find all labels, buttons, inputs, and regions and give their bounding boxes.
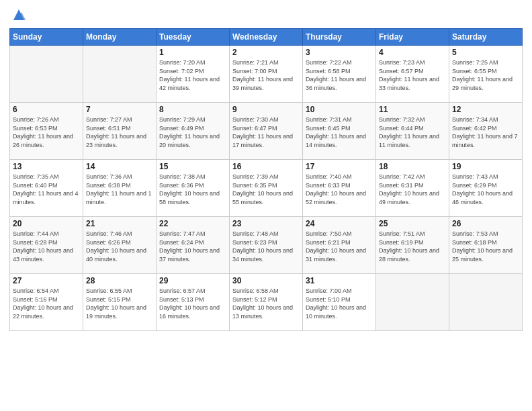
day-info: Sunrise: 7:36 AMSunset: 6:38 PMDaylight:…	[86, 173, 153, 206]
day-info: Sunrise: 7:48 AMSunset: 6:23 PMDaylight:…	[232, 230, 300, 263]
day-number: 5	[452, 48, 519, 57]
day-info: Sunrise: 7:26 AMSunset: 6:53 PMDaylight:…	[13, 116, 80, 149]
day-info: Sunrise: 7:25 AMSunset: 6:55 PMDaylight:…	[452, 58, 519, 92]
calendar-cell: 28Sunrise: 6:55 AMSunset: 5:15 PMDayligh…	[83, 274, 157, 331]
calendar-cell: 22Sunrise: 7:47 AMSunset: 6:24 PMDayligh…	[157, 217, 230, 274]
day-number: 21	[86, 219, 153, 228]
calendar-cell: 15Sunrise: 7:38 AMSunset: 6:36 PMDayligh…	[157, 160, 230, 217]
calendar-cell: 2Sunrise: 7:21 AMSunset: 7:00 PMDaylight…	[230, 46, 303, 103]
day-number: 11	[379, 105, 446, 114]
day-number: 15	[159, 162, 226, 171]
day-info: Sunrise: 7:29 AMSunset: 6:49 PMDaylight:…	[159, 116, 226, 149]
day-info: Sunrise: 6:55 AMSunset: 5:15 PMDaylight:…	[86, 287, 153, 320]
day-info: Sunrise: 7:47 AMSunset: 6:24 PMDaylight:…	[159, 230, 226, 263]
calendar-cell: 5Sunrise: 7:25 AMSunset: 6:55 PMDaylight…	[449, 46, 523, 103]
calendar-cell	[376, 274, 449, 331]
day-info: Sunrise: 7:00 AMSunset: 5:10 PMDaylight:…	[306, 287, 373, 320]
calendar-cell: 13Sunrise: 7:35 AMSunset: 6:40 PMDayligh…	[10, 160, 83, 217]
day-number: 26	[452, 219, 519, 228]
calendar-cell: 6Sunrise: 7:26 AMSunset: 6:53 PMDaylight…	[10, 103, 83, 160]
day-header-monday: Monday	[83, 29, 157, 46]
day-number: 12	[452, 105, 519, 114]
day-number: 6	[13, 105, 80, 114]
day-number: 10	[306, 105, 373, 114]
day-number: 24	[306, 219, 373, 228]
calendar-cell: 29Sunrise: 6:57 AMSunset: 5:13 PMDayligh…	[157, 274, 230, 331]
calendar-cell: 26Sunrise: 7:53 AMSunset: 6:18 PMDayligh…	[449, 217, 523, 274]
day-info: Sunrise: 7:35 AMSunset: 6:40 PMDaylight:…	[13, 173, 80, 206]
day-number: 1	[159, 48, 226, 57]
day-number: 25	[379, 219, 446, 228]
day-number: 22	[159, 219, 226, 228]
calendar-table: SundayMondayTuesdayWednesdayThursdayFrid…	[9, 28, 523, 331]
day-info: Sunrise: 7:46 AMSunset: 6:26 PMDaylight:…	[86, 230, 153, 263]
calendar-week-1: 1Sunrise: 7:20 AMSunset: 7:02 PMDaylight…	[10, 46, 523, 103]
day-number: 28	[86, 276, 153, 285]
day-number: 3	[306, 48, 373, 57]
day-info: Sunrise: 7:22 AMSunset: 6:58 PMDaylight:…	[306, 58, 373, 92]
day-number: 20	[13, 219, 80, 228]
day-number: 17	[306, 162, 373, 171]
calendar-cell: 12Sunrise: 7:34 AMSunset: 6:42 PMDayligh…	[449, 103, 523, 160]
calendar-week-4: 20Sunrise: 7:44 AMSunset: 6:28 PMDayligh…	[10, 217, 523, 274]
logo	[9, 7, 30, 23]
day-header-sunday: Sunday	[10, 29, 83, 46]
calendar-cell: 16Sunrise: 7:39 AMSunset: 6:35 PMDayligh…	[230, 160, 303, 217]
calendar-cell: 1Sunrise: 7:20 AMSunset: 7:02 PMDaylight…	[157, 46, 230, 103]
calendar-cell: 8Sunrise: 7:29 AMSunset: 6:49 PMDaylight…	[157, 103, 230, 160]
day-info: Sunrise: 7:21 AMSunset: 7:00 PMDaylight:…	[232, 58, 300, 92]
calendar-week-2: 6Sunrise: 7:26 AMSunset: 6:53 PMDaylight…	[10, 103, 523, 160]
header	[9, 7, 523, 23]
day-info: Sunrise: 7:51 AMSunset: 6:19 PMDaylight:…	[379, 230, 446, 263]
calendar-cell: 25Sunrise: 7:51 AMSunset: 6:19 PMDayligh…	[376, 217, 449, 274]
day-info: Sunrise: 7:44 AMSunset: 6:28 PMDaylight:…	[13, 230, 80, 263]
day-header-wednesday: Wednesday	[230, 29, 303, 46]
calendar-cell: 7Sunrise: 7:27 AMSunset: 6:51 PMDaylight…	[83, 103, 157, 160]
day-info: Sunrise: 7:23 AMSunset: 6:57 PMDaylight:…	[379, 58, 446, 92]
calendar-cell: 21Sunrise: 7:46 AMSunset: 6:26 PMDayligh…	[83, 217, 157, 274]
day-info: Sunrise: 7:27 AMSunset: 6:51 PMDaylight:…	[86, 116, 153, 149]
day-info: Sunrise: 6:54 AMSunset: 5:16 PMDaylight:…	[13, 287, 80, 320]
calendar-cell: 17Sunrise: 7:40 AMSunset: 6:33 PMDayligh…	[303, 160, 376, 217]
day-number: 14	[86, 162, 153, 171]
day-info: Sunrise: 7:42 AMSunset: 6:31 PMDaylight:…	[379, 173, 446, 206]
calendar-cell: 18Sunrise: 7:42 AMSunset: 6:31 PMDayligh…	[376, 160, 449, 217]
calendar-cell: 3Sunrise: 7:22 AMSunset: 6:58 PMDaylight…	[303, 46, 376, 103]
day-header-saturday: Saturday	[449, 29, 523, 46]
day-info: Sunrise: 7:43 AMSunset: 6:29 PMDaylight:…	[452, 173, 519, 206]
day-info: Sunrise: 7:30 AMSunset: 6:47 PMDaylight:…	[232, 116, 300, 149]
day-info: Sunrise: 7:31 AMSunset: 6:45 PMDaylight:…	[306, 116, 373, 149]
day-info: Sunrise: 7:40 AMSunset: 6:33 PMDaylight:…	[306, 173, 373, 206]
day-number: 8	[159, 105, 226, 114]
page: SundayMondayTuesdayWednesdayThursdayFrid…	[0, 0, 532, 411]
day-number: 13	[13, 162, 80, 171]
day-info: Sunrise: 7:20 AMSunset: 7:02 PMDaylight:…	[159, 58, 226, 92]
day-info: Sunrise: 7:32 AMSunset: 6:44 PMDaylight:…	[379, 116, 446, 149]
calendar-cell: 23Sunrise: 7:48 AMSunset: 6:23 PMDayligh…	[230, 217, 303, 274]
day-number: 23	[232, 219, 300, 228]
day-number: 27	[13, 276, 80, 285]
day-info: Sunrise: 7:39 AMSunset: 6:35 PMDaylight:…	[232, 173, 300, 206]
calendar-cell: 31Sunrise: 7:00 AMSunset: 5:10 PMDayligh…	[303, 274, 376, 331]
calendar-cell: 14Sunrise: 7:36 AMSunset: 6:38 PMDayligh…	[83, 160, 157, 217]
calendar-cell: 4Sunrise: 7:23 AMSunset: 6:57 PMDaylight…	[376, 46, 449, 103]
calendar-cell: 24Sunrise: 7:50 AMSunset: 6:21 PMDayligh…	[303, 217, 376, 274]
calendar-cell	[449, 274, 523, 331]
calendar-cell: 30Sunrise: 6:58 AMSunset: 5:12 PMDayligh…	[230, 274, 303, 331]
day-header-friday: Friday	[376, 29, 449, 46]
day-number: 18	[379, 162, 446, 171]
day-number: 31	[306, 276, 373, 285]
calendar-cell: 10Sunrise: 7:31 AMSunset: 6:45 PMDayligh…	[303, 103, 376, 160]
day-info: Sunrise: 6:57 AMSunset: 5:13 PMDaylight:…	[159, 287, 226, 320]
day-info: Sunrise: 7:53 AMSunset: 6:18 PMDaylight:…	[452, 230, 519, 263]
day-number: 7	[86, 105, 153, 114]
logo-icon	[11, 7, 27, 23]
calendar-week-3: 13Sunrise: 7:35 AMSunset: 6:40 PMDayligh…	[10, 160, 523, 217]
calendar-cell: 11Sunrise: 7:32 AMSunset: 6:44 PMDayligh…	[376, 103, 449, 160]
day-number: 29	[159, 276, 226, 285]
calendar-week-5: 27Sunrise: 6:54 AMSunset: 5:16 PMDayligh…	[10, 274, 523, 331]
calendar-cell	[10, 46, 83, 103]
day-header-thursday: Thursday	[303, 29, 376, 46]
calendar-header-row: SundayMondayTuesdayWednesdayThursdayFrid…	[10, 29, 523, 46]
calendar-cell: 19Sunrise: 7:43 AMSunset: 6:29 PMDayligh…	[449, 160, 523, 217]
